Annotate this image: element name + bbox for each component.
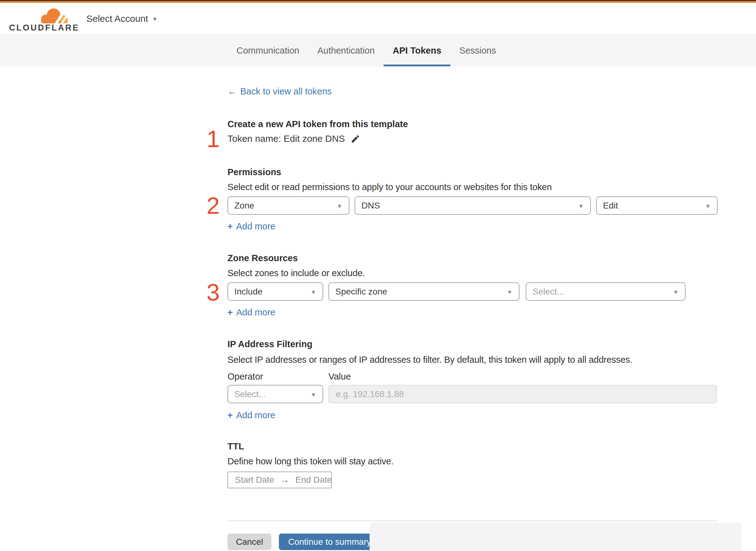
permission-level-select[interactable]: Edit ▼ [596, 196, 718, 215]
edit-pencil-icon[interactable] [350, 134, 360, 144]
zone-resources-add-more-link[interactable]: + Add more [227, 307, 275, 318]
arrow-right-icon: → [280, 475, 289, 485]
zone-resources-description: Select zones to include or exclude. [227, 268, 365, 278]
value-label: Value [328, 372, 351, 382]
ip-operator-select[interactable]: Select... ▼ [227, 385, 323, 403]
tab-bar: Communication Authentication API Tokens … [0, 35, 756, 66]
permission-group-select[interactable]: DNS ▼ [354, 196, 591, 215]
footer-divider [227, 520, 718, 521]
page-title: Create a new API token from this templat… [227, 119, 408, 129]
operator-label: Operator [227, 372, 263, 382]
token-name-text: Token name: Edit zone DNS [227, 133, 345, 144]
permissions-heading: Permissions [227, 167, 281, 177]
ttl-description: Define how long this token will stay act… [227, 456, 394, 467]
back-link-label: Back to view all tokens [240, 86, 331, 97]
end-date-label: End Date [295, 475, 332, 485]
step-3-number: 3 [198, 281, 220, 304]
cloudflare-cloud-icon [39, 7, 70, 25]
back-arrow-icon: ← [227, 86, 237, 97]
dropdown-caret-icon: ▼ [673, 288, 679, 295]
ttl-heading: TTL [227, 441, 244, 452]
zone-scope-select[interactable]: Specific zone ▼ [328, 283, 520, 301]
plus-icon: + [227, 410, 233, 420]
start-date-label: Start Date [235, 475, 274, 485]
permission-scope-select[interactable]: Zone ▼ [227, 196, 349, 215]
tab-group: Communication Authentication API Tokens … [227, 35, 505, 66]
bottom-right-panel [369, 522, 742, 551]
cloudflare-api-token-page: CLOUDFLARE Select Account ▼ Communicatio… [0, 0, 756, 551]
step-1-number: 1 [198, 127, 220, 151]
tab-sessions[interactable]: Sessions [450, 35, 505, 66]
dropdown-caret-icon: ▼ [578, 202, 584, 209]
cloudflare-wordmark: CLOUDFLARE [9, 23, 79, 33]
zone-picker-select[interactable]: Select... ▼ [526, 283, 686, 301]
permissions-description: Select edit or read permissions to apply… [227, 182, 552, 192]
tab-api-tokens[interactable]: API Tokens [384, 35, 450, 66]
permissions-add-more-link[interactable]: + Add more [227, 221, 275, 231]
select-account-dropdown[interactable]: Select Account ▼ [86, 3, 157, 34]
token-form: ← Back to view all tokens 1 Create a new… [227, 66, 718, 551]
ip-filtering-heading: IP Address Filtering [227, 339, 312, 349]
dropdown-caret-icon: ▼ [507, 288, 513, 295]
plus-icon: + [227, 221, 233, 231]
app-header: CLOUDFLARE Select Account ▼ [0, 3, 756, 35]
zone-resources-heading: Zone Resources [227, 253, 298, 263]
ip-value-input[interactable] [328, 385, 717, 403]
continue-to-summary-button[interactable]: Continue to summary [279, 534, 381, 550]
chevron-down-icon: ▼ [152, 16, 157, 22]
plus-icon: + [227, 307, 233, 318]
tab-authentication[interactable]: Authentication [308, 35, 384, 66]
select-account-label: Select Account [86, 13, 148, 24]
back-to-tokens-link[interactable]: ← Back to view all tokens [227, 86, 331, 97]
dropdown-caret-icon: ▼ [310, 391, 316, 398]
dropdown-caret-icon: ▼ [336, 202, 342, 209]
cancel-button[interactable]: Cancel [227, 534, 271, 550]
dropdown-caret-icon: ▼ [705, 202, 711, 209]
ip-filtering-description: Select IP addresses or ranges of IP addr… [227, 355, 632, 365]
ttl-date-range-picker[interactable]: Start Date → End Date [227, 472, 332, 488]
tab-communication[interactable]: Communication [227, 35, 308, 66]
dropdown-caret-icon: ▼ [310, 288, 316, 295]
cloudflare-logo[interactable]: CLOUDFLARE [9, 5, 74, 34]
step-2-number: 2 [198, 194, 220, 217]
ip-filtering-add-more-link[interactable]: + Add more [227, 410, 275, 420]
zone-include-exclude-select[interactable]: Include ▼ [227, 283, 323, 301]
